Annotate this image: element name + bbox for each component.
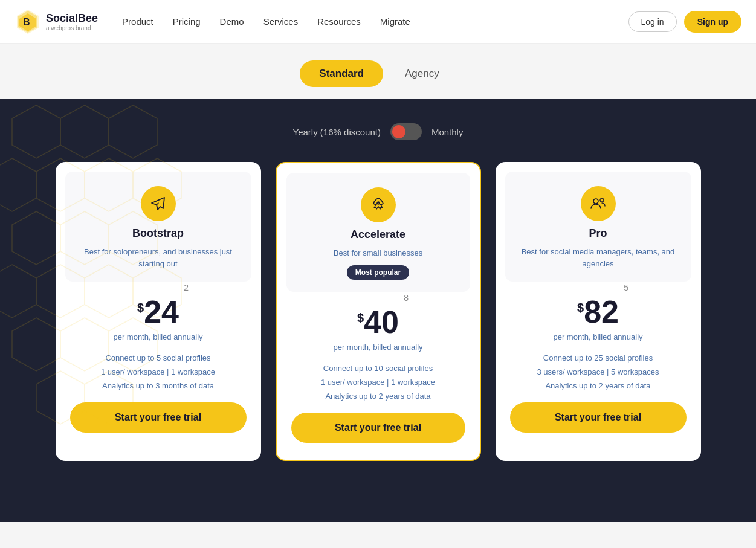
tab-standard[interactable]: Standard <box>300 60 383 87</box>
svg-point-24 <box>593 199 598 204</box>
plan-card-pro: Pro Best for social media managers, team… <box>496 162 701 461</box>
svg-text:B: B <box>23 17 30 27</box>
bootstrap-feature-2: 1 user/ workspace | 1 workspace <box>70 367 247 376</box>
card-header-accelerate: Accelerate Best for small businesses Mos… <box>286 173 470 292</box>
plan-type-tabs: Standard Agency <box>0 44 756 99</box>
monthly-label: Monthly <box>431 127 464 137</box>
nav-product[interactable]: Product <box>122 14 153 29</box>
svg-point-25 <box>600 198 604 202</box>
accelerate-cta-button[interactable]: Start your free trial <box>291 413 465 443</box>
accelerate-price: $408 <box>357 304 399 340</box>
tab-agency[interactable]: Agency <box>388 60 456 87</box>
nav-resources[interactable]: Resources <box>317 14 361 29</box>
users-icon <box>590 195 607 212</box>
billing-toggle[interactable] <box>390 123 422 140</box>
pro-cta-button[interactable]: Start your free trial <box>510 402 687 433</box>
nav-services[interactable]: Services <box>263 14 299 29</box>
nav-actions: Log in Sign up <box>628 11 741 33</box>
bootstrap-billing: per month, billed annually <box>70 332 247 341</box>
pro-feature-3: Analytics up to 2 years of data <box>510 381 687 390</box>
accelerate-feature-2: 1 user/ workspace | 1 workspace <box>291 378 465 387</box>
pricing-section: Yearly (16% discount) Monthly Bootstrap … <box>0 99 756 522</box>
bootstrap-plan-name: Bootstrap <box>132 227 184 240</box>
pro-price-block: $825 per month, billed annually <box>496 282 701 341</box>
login-button[interactable]: Log in <box>628 11 677 32</box>
nav-migrate[interactable]: Migrate <box>380 14 410 29</box>
pro-features: Connect up to 25 social profiles 3 users… <box>496 341 701 402</box>
accelerate-plan-name: Accelerate <box>351 228 405 241</box>
card-header-pro: Pro Best for social media managers, team… <box>505 172 691 282</box>
rocket-icon <box>370 196 387 213</box>
bootstrap-icon-circle <box>141 186 176 221</box>
nav-links: Product Pricing Demo Services Resources … <box>122 14 628 29</box>
logo[interactable]: B SocialBee a webpros brand <box>15 8 98 35</box>
bootstrap-features: Connect up to 5 social profiles 1 user/ … <box>56 341 261 402</box>
pro-feature-1: Connect up to 25 social profiles <box>510 353 687 363</box>
accelerate-billing: per month, billed annually <box>291 343 465 352</box>
nav-demo[interactable]: Demo <box>220 14 244 29</box>
logo-sub-text: a webpros brand <box>46 25 98 31</box>
signup-button[interactable]: Sign up <box>684 11 741 33</box>
yearly-label: Yearly (16% discount) <box>293 127 381 137</box>
card-header-bootstrap: Bootstrap Best for solopreneurs, and bus… <box>65 172 251 282</box>
pro-plan-name: Pro <box>589 227 607 240</box>
logo-brand-text: SocialBee <box>46 12 98 25</box>
accelerate-feature-1: Connect up to 10 social profiles <box>291 364 465 373</box>
accelerate-features: Connect up to 10 social profiles 1 user/… <box>277 352 480 413</box>
accelerate-plan-desc: Best for small businesses <box>334 247 422 259</box>
bootstrap-price-block: $242 per month, billed annually <box>56 282 261 341</box>
pro-plan-desc: Best for social media managers, teams, a… <box>517 246 679 269</box>
pro-icon-circle <box>581 186 616 221</box>
plan-card-accelerate: Accelerate Best for small businesses Mos… <box>276 162 481 461</box>
accelerate-feature-3: Analytics up to 2 years of data <box>291 392 465 401</box>
billing-toggle-row: Yearly (16% discount) Monthly <box>15 123 741 140</box>
pro-billing: per month, billed annually <box>510 332 687 341</box>
popular-badge: Most popular <box>347 265 409 280</box>
accelerate-price-block: $408 per month, billed annually <box>277 292 480 352</box>
accelerate-icon-circle <box>361 187 396 222</box>
pro-feature-2: 3 users/ workspace | 5 workspaces <box>510 367 687 376</box>
nav-pricing[interactable]: Pricing <box>173 14 201 29</box>
bootstrap-cta-button[interactable]: Start your free trial <box>70 402 247 433</box>
bootstrap-feature-1: Connect up to 5 social profiles <box>70 353 247 363</box>
paper-plane-icon <box>150 195 167 212</box>
bootstrap-price: $242 <box>137 294 179 330</box>
bootstrap-plan-desc: Best for solopreneurs, and businesses ju… <box>77 246 239 269</box>
bootstrap-feature-3: Analytics up to 3 months of data <box>70 381 247 390</box>
plan-card-bootstrap: Bootstrap Best for solopreneurs, and bus… <box>56 162 261 461</box>
navigation: B SocialBee a webpros brand Product Pric… <box>0 0 756 44</box>
pro-price: $825 <box>577 294 619 330</box>
pricing-cards: Bootstrap Best for solopreneurs, and bus… <box>15 162 741 461</box>
